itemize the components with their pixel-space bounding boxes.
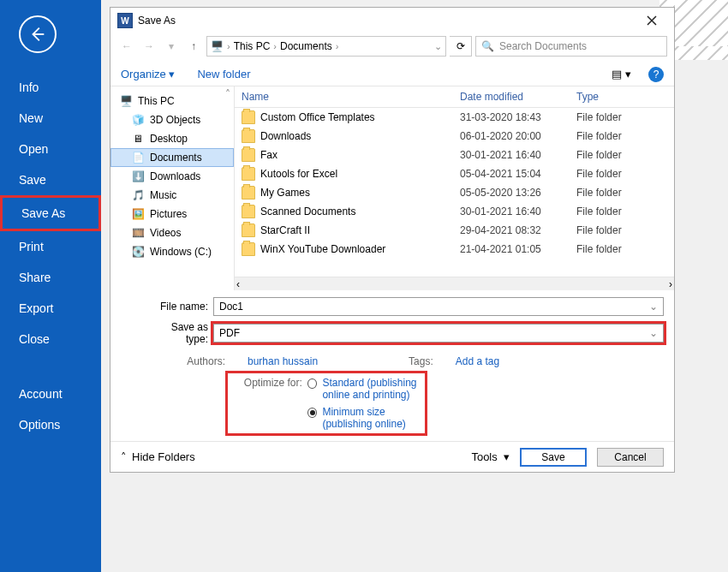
tree-downloads[interactable]: ⬇️Downloads — [110, 167, 234, 186]
arrow-left-icon — [28, 25, 47, 44]
table-row[interactable]: Fax30-01-2021 16:40File folder — [235, 146, 674, 164]
optimize-minimum-label[interactable]: Minimum size (publishing online) — [322, 406, 421, 430]
nav-account[interactable]: Account — [0, 378, 101, 409]
table-row[interactable]: Scanned Documents30-01-2021 16:40File fo… — [235, 202, 674, 221]
nav-new[interactable]: New — [0, 103, 101, 134]
tree-3d-objects[interactable]: 🧊3D Objects — [110, 110, 234, 129]
row-name: Kutools for Excel — [260, 168, 337, 180]
table-row[interactable]: WinX YouTube Downloader21-04-2021 01:05F… — [235, 240, 674, 259]
download-icon: ⬇️ — [131, 170, 145, 183]
nav-recent-arrow[interactable]: ▾ — [162, 36, 181, 57]
row-type: File folder — [570, 240, 647, 259]
folder-icon — [242, 242, 255, 256]
table-row[interactable]: StarCraft II29-04-2021 08:32File folder — [235, 221, 674, 240]
hide-folders-toggle[interactable]: ˄ Hide Folders — [121, 450, 195, 463]
chevron-down-icon[interactable]: ⌄ — [649, 327, 658, 339]
breadcrumb[interactable]: 🖥️ › This PC › Documents › ⌄ — [206, 36, 446, 57]
folder-icon — [242, 148, 255, 162]
tree-videos[interactable]: 🎞️Videos — [110, 223, 234, 242]
search-input[interactable]: 🔍 Search Documents — [475, 36, 667, 57]
row-date: 29-04-2021 08:32 — [453, 221, 570, 240]
word-icon: W — [117, 13, 133, 28]
table-row[interactable]: Custom Office Templates31-03-2020 18:43F… — [235, 108, 674, 127]
table-row[interactable]: Kutools for Excel05-04-2021 15:04File fo… — [235, 164, 674, 183]
nav-save[interactable]: Save — [0, 164, 101, 195]
pc-icon: 🖥️ — [211, 40, 224, 52]
nav-saveas[interactable]: Save As — [3, 198, 98, 229]
tree-pictures[interactable]: 🖼️Pictures — [110, 205, 234, 223]
organize-button[interactable]: Organize ▾ — [121, 68, 175, 80]
row-type: File folder — [570, 146, 647, 164]
disk-icon: 💽 — [131, 245, 145, 259]
dialog-footer: ˄ Hide Folders Tools ▾ Save Cancel — [110, 441, 674, 472]
col-date-header[interactable]: Date modified — [453, 86, 570, 107]
saveastype-label: Save as type: — [152, 321, 208, 345]
tree-windows-c[interactable]: 💽Windows (C:) — [110, 242, 234, 261]
nav-options[interactable]: Options — [0, 409, 101, 440]
chevron-right-icon: › — [336, 41, 339, 51]
table-row[interactable]: Downloads06-01-2020 20:00File folder — [235, 127, 674, 146]
table-row[interactable]: My Games05-05-2020 13:26File folder — [235, 183, 674, 202]
tools-dropdown[interactable]: Tools ▾ — [471, 450, 510, 463]
crumb-folder[interactable]: Documents — [280, 40, 332, 52]
radio-minimum[interactable] — [307, 408, 318, 418]
row-name: Downloads — [260, 130, 311, 142]
folder-icon — [242, 167, 255, 181]
save-as-dialog: W Save As ← → ▾ ↑ 🖥️ › This PC › Documen… — [110, 7, 675, 473]
row-date: 05-04-2021 15:04 — [453, 164, 570, 183]
nav-up-arrow[interactable]: ↑ — [184, 36, 203, 57]
tree-this-pc[interactable]: 🖥️This PC — [110, 92, 234, 110]
new-folder-button[interactable]: New folder — [197, 68, 250, 80]
nav-print[interactable]: Print — [0, 231, 101, 262]
back-button[interactable] — [19, 15, 57, 53]
word-file-sidebar: Info New Open Save Save As Print Share E… — [0, 0, 101, 572]
row-date: 31-03-2020 18:43 — [453, 108, 570, 127]
row-type: File folder — [570, 127, 647, 146]
nav-share[interactable]: Share — [0, 262, 101, 293]
dialog-title: Save As — [138, 15, 176, 27]
row-date: 30-01-2021 16:40 — [453, 202, 570, 221]
folder-icon — [242, 205, 255, 218]
nav-fwd-arrow[interactable]: → — [140, 36, 158, 57]
nav-info[interactable]: Info — [0, 72, 101, 103]
radio-standard[interactable] — [307, 378, 318, 389]
cube-icon: 🧊 — [131, 113, 145, 127]
horizontal-scrollbar[interactable]: ‹› — [235, 277, 674, 290]
file-list-header: Name Date modified Type — [235, 86, 674, 108]
row-type: File folder — [570, 108, 647, 127]
crumb-root[interactable]: This PC — [234, 40, 271, 52]
tags-value[interactable]: Add a tag — [456, 355, 499, 367]
saveastype-dropdown[interactable]: PDF⌄ — [213, 324, 664, 343]
cancel-button[interactable]: Cancel — [597, 448, 664, 467]
col-type-header[interactable]: Type — [570, 86, 647, 107]
col-name-header[interactable]: Name — [235, 86, 453, 107]
nav-back-arrow[interactable]: ← — [117, 36, 136, 57]
tags-label: Tags: — [409, 355, 433, 367]
nav-close[interactable]: Close — [0, 324, 101, 355]
filename-input[interactable]: Doc1⌄ — [213, 297, 664, 316]
row-name: Fax — [260, 149, 277, 161]
chevron-down-icon[interactable]: ⌄ — [434, 41, 442, 52]
tree-documents[interactable]: 📄Documents — [110, 148, 234, 167]
refresh-button[interactable]: ⟳ — [450, 36, 472, 57]
optimize-standard-label[interactable]: Standard (publishing online and printing… — [322, 377, 421, 401]
nav-export[interactable]: Export — [0, 293, 101, 324]
filename-fields: File name: Doc1⌄ Save as type: PDF⌄ — [110, 290, 674, 352]
authors-value[interactable]: burhan hussain — [248, 355, 318, 367]
video-icon: 🎞️ — [131, 226, 145, 240]
tree-music[interactable]: 🎵Music — [110, 186, 234, 205]
help-button[interactable]: ? — [648, 67, 664, 82]
folder-icon — [242, 129, 255, 143]
titlebar: W Save As — [110, 8, 674, 33]
view-options-button[interactable]: ▤ ▾ — [612, 68, 631, 80]
toolbar: Organize ▾ New folder ▤ ▾ ? — [110, 63, 674, 86]
window-close-button[interactable] — [635, 12, 669, 29]
optimize-label: Optimize for: — [231, 377, 302, 389]
nav-saveas-highlight: Save As — [0, 195, 101, 231]
nav-open[interactable]: Open — [0, 134, 101, 164]
tree-desktop[interactable]: 🖥Desktop — [110, 129, 234, 148]
save-button[interactable]: Save — [520, 448, 587, 467]
chevron-down-icon[interactable]: ⌄ — [649, 301, 658, 313]
row-name: Scanned Documents — [260, 206, 355, 217]
tree-scroll-up[interactable]: ˄ — [225, 88, 230, 100]
